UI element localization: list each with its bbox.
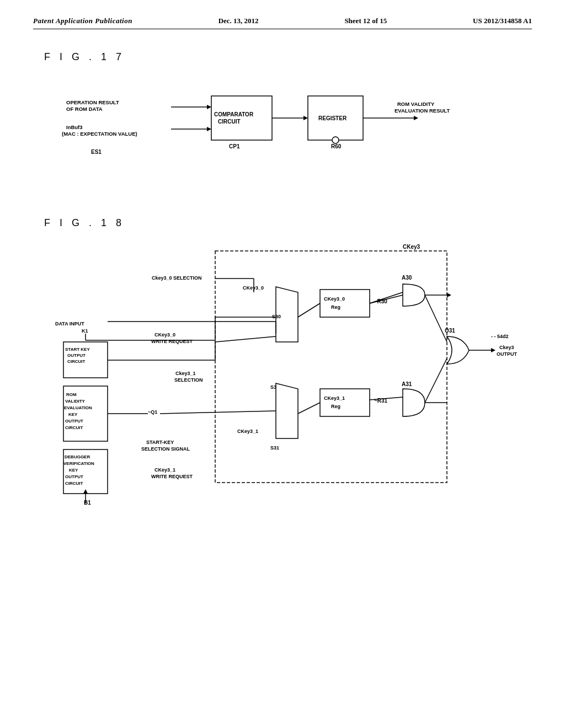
svg-text:Ckey3_1: Ckey3_1 xyxy=(175,371,196,376)
svg-text:CKey3_0: CKey3_0 xyxy=(324,296,345,302)
fig17-cp1-label: CP1 xyxy=(229,143,240,149)
svg-text:CKey3: CKey3 xyxy=(403,244,420,250)
svg-text:Reg: Reg xyxy=(331,404,340,409)
svg-text:KEY: KEY xyxy=(68,412,78,417)
fig17-input1-label: OPERATION RESULT xyxy=(66,99,119,105)
svg-text:S31: S31 xyxy=(270,445,279,451)
svg-text:CKey3_0: CKey3_0 xyxy=(243,285,264,291)
svg-marker-6 xyxy=(207,127,211,131)
svg-marker-15 xyxy=(414,116,418,120)
svg-text:KEY: KEY xyxy=(69,468,78,473)
fig18-s32 xyxy=(276,383,298,438)
svg-text:VERIFICATION: VERIFICATION xyxy=(63,461,94,466)
svg-text:CKey3_1: CKey3_1 xyxy=(324,395,345,401)
svg-text:START KEY: START KEY xyxy=(65,347,90,352)
fig18-diagram: CKey3 Ckey3_0 SELECTION A30 DATA INPUT K… xyxy=(44,240,541,527)
fig17-es1-label: ES1 xyxy=(91,149,102,155)
fig18-ckey30-reg xyxy=(320,290,370,317)
svg-text:~Q1: ~Q1 xyxy=(148,409,157,415)
svg-text:ROM: ROM xyxy=(66,392,77,397)
svg-marker-24 xyxy=(447,293,451,297)
header-date: Dec. 13, 2012 xyxy=(218,17,259,25)
svg-text:EVALUATION RESULT: EVALUATION RESULT xyxy=(395,108,450,114)
svg-text:(MAC : EXPECTATION VALUE): (MAC : EXPECTATION VALUE) xyxy=(62,131,137,137)
svg-text:Ckey3_0 SELECTION: Ckey3_0 SELECTION xyxy=(152,275,202,281)
fig17-output-label: ROM VALIDITY xyxy=(397,101,435,107)
svg-text:DEBUGGER: DEBUGGER xyxy=(65,454,90,459)
page-header: Patent Application Publication Dec. 13, … xyxy=(33,17,532,29)
svg-text:CKey3_1: CKey3_1 xyxy=(237,429,258,434)
svg-text:K1: K1 xyxy=(82,328,88,334)
svg-marker-4 xyxy=(207,105,211,109)
fig17-comparator-box xyxy=(211,96,272,140)
svg-marker-57 xyxy=(491,348,495,352)
fig17-title: F I G . 1 7 xyxy=(44,51,532,63)
svg-text:Ckey3: Ckey3 xyxy=(499,345,514,350)
svg-marker-10 xyxy=(303,116,308,120)
svg-text:A30: A30 xyxy=(402,275,412,281)
svg-text:Reg: Reg xyxy=(331,304,340,310)
fig17-diagram: OPERATION RESULT OF ROM DATA InBuf3 (MAC… xyxy=(61,74,475,184)
fig18-b1-label: B1 xyxy=(84,500,91,506)
svg-text:CIRCUIT: CIRCUIT xyxy=(67,359,86,364)
svg-text:WRITE REQUEST: WRITE REQUEST xyxy=(151,474,193,479)
svg-text:CKey3_1: CKey3_1 xyxy=(154,467,175,473)
svg-text:OUTPUT: OUTPUT xyxy=(497,351,518,357)
svg-text:A31: A31 xyxy=(402,381,412,387)
svg-text:SELECTION SIGNAL: SELECTION SIGNAL xyxy=(141,446,190,452)
svg-text:CIRCUIT: CIRCUIT xyxy=(218,119,241,125)
svg-text:S30: S30 xyxy=(272,314,281,319)
svg-text:VALIDITY: VALIDITY xyxy=(65,399,86,404)
page: Patent Application Publication Dec. 13, … xyxy=(0,0,565,728)
svg-text:WRITE REQUEST: WRITE REQUEST xyxy=(151,339,193,344)
fig18-section: F I G . 1 8 CKey3 Ckey3_0 SELECTION A30 … xyxy=(33,217,532,527)
svg-text:OUTPUT: OUTPUT xyxy=(65,419,83,424)
svg-text:EVALUATION: EVALUATION xyxy=(64,405,92,410)
svg-text:CKey3_0: CKey3_0 xyxy=(154,332,175,338)
svg-text:DATA INPUT: DATA INPUT xyxy=(55,321,84,326)
svg-text:COMPARATOR: COMPARATOR xyxy=(214,111,254,117)
fig17-section: F I G . 1 7 OPERATION RESULT OF ROM DATA… xyxy=(33,51,532,184)
svg-text:CIRCUIT: CIRCUIT xyxy=(65,425,83,430)
svg-point-12 xyxy=(332,137,339,143)
svg-text:InBuf3: InBuf3 xyxy=(66,124,83,130)
svg-text:SELECTION: SELECTION xyxy=(174,377,203,383)
svg-text:REGISTER: REGISTER xyxy=(318,115,347,121)
fig18-title: F I G . 1 8 xyxy=(44,217,532,229)
svg-text:CIRCUIT: CIRCUIT xyxy=(65,481,83,486)
fig17-r60-label: R60 xyxy=(331,143,342,149)
svg-text:START-KEY: START-KEY xyxy=(146,440,174,445)
svg-text:- - 54d2: - - 54d2 xyxy=(491,334,509,339)
header-sheet: Sheet 12 of 15 xyxy=(344,17,387,25)
svg-text:OF ROM DATA: OF ROM DATA xyxy=(66,106,103,112)
svg-text:O31: O31 xyxy=(445,328,455,334)
svg-text:OUTPUT: OUTPUT xyxy=(65,474,83,479)
header-publication-type: Patent Application Publication xyxy=(33,17,132,25)
fig18-ckey31-reg xyxy=(320,389,370,416)
header-patent-number: US 2012/314858 A1 xyxy=(473,17,532,25)
svg-text:OUTPUT: OUTPUT xyxy=(67,353,86,358)
